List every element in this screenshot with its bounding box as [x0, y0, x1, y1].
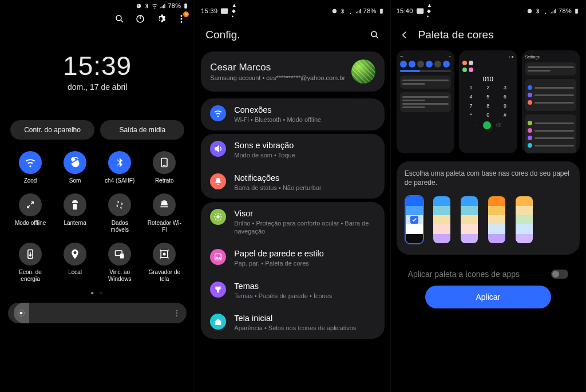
qs-tile-hotspot[interactable]: Roteador Wi-Fi — [144, 193, 184, 233]
keypad-key: 8 — [480, 103, 497, 109]
qs-tile-flashlight[interactable]: Lanterna — [55, 193, 95, 233]
svg-point-13 — [163, 253, 166, 256]
qs-tile-screen-record[interactable]: Gravador de tela — [144, 243, 184, 283]
qs-tile-label: Gravador de tela — [147, 269, 181, 283]
svg-point-17 — [371, 31, 377, 37]
qs-tile-label: Vinc. ao Windows — [102, 269, 137, 283]
qs-tile-label: Roteador Wi-Fi — [147, 220, 181, 233]
clock-date[interactable]: dom., 17 de abril — [0, 82, 195, 92]
gear-icon[interactable] — [156, 14, 166, 24]
screen-color-palette: 15:40 ▲ ◆ • 78% Paleta de cores ••••• — [391, 0, 586, 392]
keypad-key: * — [462, 112, 480, 118]
brightness-slider[interactable]: ⋮ — [8, 303, 187, 323]
avatar — [351, 60, 375, 84]
preview-dial-number: 010 — [462, 76, 513, 82]
swatch-segment — [461, 234, 478, 243]
palette-swatch[interactable] — [405, 195, 424, 244]
keypad-key: 4 — [462, 94, 480, 100]
settings-row-temas[interactable]: Temas Temas • Papéis de parede • Ícones — [201, 275, 384, 307]
apply-to-icons-row[interactable]: Aplicar paleta a ícones de apps — [397, 262, 580, 281]
qs-tile-airplane[interactable]: Modo offline — [10, 193, 50, 233]
page-indicator[interactable]: ● ○ — [0, 290, 195, 296]
palette-swatch[interactable] — [487, 195, 506, 244]
svg-rect-8 — [163, 165, 166, 166]
airplane-icon — [19, 193, 42, 216]
qs-tile-label: Retrato — [155, 177, 174, 184]
settings-row-sub: Wi-Fi • Bluetooth • Modo offline — [234, 116, 375, 124]
alarm-icon — [331, 8, 338, 14]
svg-rect-1 — [185, 3, 187, 3]
qs-tile-label: Econ. de energia — [13, 269, 47, 283]
qs-tile-mobile-data[interactable]: Dados móveis — [100, 193, 140, 233]
swatch-segment — [406, 234, 423, 243]
apply-to-icons-toggle[interactable] — [551, 270, 568, 279]
power-icon[interactable] — [135, 14, 145, 24]
swatch-segment — [433, 196, 450, 205]
settings-row-tela-inicial[interactable]: Tela inicial Aparência • Selos nos ícone… — [201, 307, 384, 339]
settings-row-conex-es[interactable]: Conexões Wi-Fi • Bluetooth • Modo offlin… — [201, 98, 384, 130]
apply-to-icons-label: Aplicar paleta a ícones de apps — [408, 270, 520, 279]
settings-row-icon — [210, 141, 226, 157]
battery-percent: 78% — [168, 2, 181, 9]
wifi-icon — [152, 3, 158, 9]
palette-swatch[interactable] — [460, 195, 479, 244]
settings-group: Sons e vibração Modo de som • Toque Noti… — [201, 134, 384, 199]
qs-tile-bluetooth[interactable]: ch4 (SAHF) — [100, 151, 140, 184]
svg-point-18 — [217, 215, 220, 218]
qs-tile-location[interactable]: Local — [55, 243, 95, 283]
svg-rect-15 — [221, 8, 228, 14]
media-output-button[interactable]: Saída de mídia — [100, 120, 184, 140]
more-icon[interactable]: N — [176, 14, 187, 24]
qs-tile-wifi[interactable]: Zood — [10, 151, 50, 184]
search-icon[interactable] — [114, 14, 125, 24]
qs-tile-sound[interactable]: Som — [55, 151, 95, 184]
qs-tile-portrait-lock[interactable]: Retrato — [144, 151, 184, 184]
qs-tile-power-save[interactable]: Econ. de energia — [10, 243, 50, 283]
palette-swatch[interactable] — [432, 195, 452, 244]
power-save-icon — [19, 243, 42, 266]
settings-row-visor[interactable]: Visor Brilho • Proteção para conforto oc… — [201, 202, 384, 243]
preview-settings[interactable]: Settings — [522, 50, 580, 153]
account-card[interactable]: Cesar Marcos Samsung account • ces******… — [201, 52, 384, 92]
back-icon[interactable] — [400, 30, 409, 39]
swatch-segment — [516, 196, 533, 205]
settings-row-title: Papel de parede e estilo — [234, 249, 375, 258]
palette-swatch[interactable] — [514, 195, 534, 244]
hotspot-icon — [153, 193, 176, 216]
notification-badge: N — [183, 11, 189, 17]
battery-icon — [183, 3, 189, 9]
settings-row-sub: Barra de status • Não perturbar — [234, 184, 375, 192]
settings-row-sub: Temas • Papéis de parede • Ícones — [234, 292, 375, 300]
swatch-segment — [461, 224, 478, 233]
status-time: 15:40 — [397, 7, 413, 14]
qs-tile-label: Zood — [24, 177, 37, 184]
swatch-segment — [433, 224, 450, 233]
battery-icon — [573, 8, 580, 14]
settings-row-sons-e-vibra-o[interactable]: Sons e vibração Modo de som • Toque — [201, 134, 384, 166]
svg-point-4 — [181, 15, 183, 17]
status-time: 15:39 — [201, 7, 217, 14]
bluetooth-icon — [144, 3, 150, 9]
settings-row-notifica-es[interactable]: Notificações Barra de status • Não pertu… — [201, 167, 384, 199]
svg-rect-16 — [380, 9, 383, 13]
svg-rect-11 — [120, 254, 124, 258]
apply-button[interactable]: Aplicar — [425, 286, 551, 308]
swatch-segment — [516, 224, 533, 233]
preview-quick-panel[interactable]: ••••• — [397, 50, 454, 153]
preview-dialer[interactable]: + ■ 010 123456789*0# ⋯ ⌫ — [459, 50, 517, 153]
qs-tile-link-windows[interactable]: Vinc. ao Windows — [100, 243, 140, 283]
settings-group: Conexões Wi-Fi • Bluetooth • Modo offlin… — [201, 98, 384, 130]
brightness-more-icon[interactable]: ⋮ — [169, 308, 181, 318]
swatch-segment — [488, 196, 505, 205]
swatch-segment — [516, 215, 533, 224]
battery-icon — [378, 8, 385, 14]
settings-row-icon — [210, 209, 226, 225]
sound-icon — [64, 151, 86, 174]
device-controls-button[interactable]: Contr. do aparelho — [10, 120, 94, 140]
svg-rect-20 — [417, 8, 423, 14]
settings-row-papel-de-parede-e-estilo[interactable]: Papel de parede e estilo Pap. par. • Pal… — [201, 242, 384, 274]
signal-icon — [160, 3, 166, 9]
svg-rect-19 — [215, 254, 221, 260]
swatch-segment — [516, 234, 533, 243]
search-icon[interactable] — [370, 30, 380, 40]
